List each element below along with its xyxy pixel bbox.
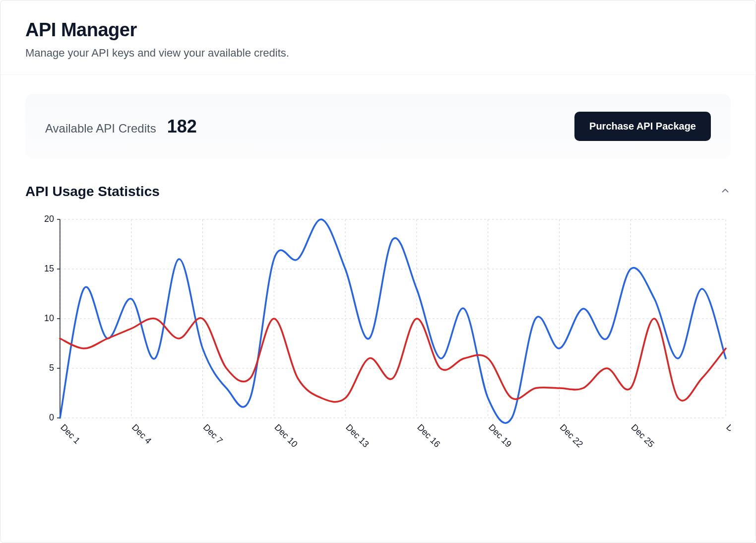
svg-text:20: 20 (44, 214, 54, 224)
svg-text:15: 15 (44, 264, 54, 273)
credits-label: Available API Credits (45, 122, 156, 136)
page-title: API Manager (25, 19, 731, 41)
svg-text:10: 10 (44, 313, 54, 323)
credits-panel: Available API Credits 182 Purchase API P… (25, 94, 731, 159)
api-manager-page: API Manager Manage your API keys and vie… (0, 0, 756, 543)
chevron-up-icon[interactable] (720, 185, 731, 198)
credits-value: 182 (167, 116, 197, 137)
stats-title: API Usage Statistics (25, 184, 160, 200)
svg-text:Dec 19: Dec 19 (487, 422, 513, 449)
svg-text:Dec 22: Dec 22 (558, 422, 585, 449)
svg-text:Dec 10: Dec 10 (272, 422, 299, 449)
page-header: API Manager Manage your API keys and vie… (0, 0, 756, 75)
page-subtitle: Manage your API keys and view your avail… (25, 47, 731, 60)
stats-header: API Usage Statistics (25, 184, 731, 200)
svg-text:Dec 16: Dec 16 (415, 422, 442, 449)
svg-text:Dec 29: Dec 29 (724, 422, 731, 449)
svg-text:Dec 1: Dec 1 (59, 422, 82, 446)
svg-text:Dec 4: Dec 4 (130, 422, 153, 446)
svg-text:5: 5 (49, 363, 54, 373)
svg-text:0: 0 (49, 412, 54, 422)
purchase-api-package-button[interactable]: Purchase API Package (574, 112, 711, 141)
usage-chart: 05101520Dec 1Dec 4Dec 7Dec 10Dec 13Dec 1… (25, 214, 731, 473)
svg-text:Dec 7: Dec 7 (201, 422, 225, 446)
svg-text:Dec 25: Dec 25 (629, 422, 656, 449)
svg-text:Dec 13: Dec 13 (344, 422, 371, 449)
credits-info: Available API Credits 182 (45, 116, 197, 137)
